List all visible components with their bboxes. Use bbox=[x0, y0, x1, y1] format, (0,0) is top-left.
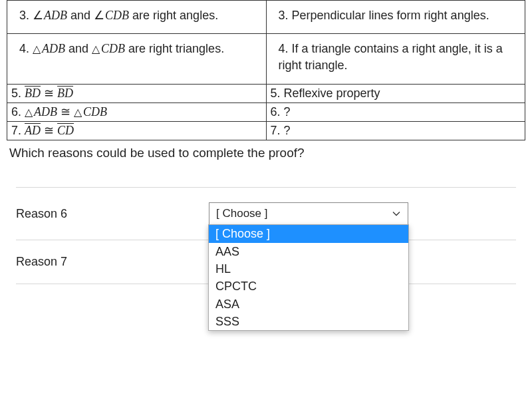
reason-6-select-wrap: [ Choose ] [ Choose ]AASHLCPCTCASASSS bbox=[209, 202, 408, 225]
dropdown-option[interactable]: AAS bbox=[209, 243, 408, 260]
reason-cell: 7. ? bbox=[266, 121, 525, 140]
reason-cell: 3. Perpendicular lines form right angles… bbox=[266, 1, 525, 34]
statement-cell: 5. BD ≅ BD bbox=[7, 84, 267, 102]
dropdown-option[interactable]: CPCTC bbox=[209, 278, 408, 295]
reason-6-label: Reason 6 bbox=[16, 207, 209, 221]
proof-table: 3. ADB and CDB are right angles.3. Perpe… bbox=[7, 0, 525, 140]
statement-cell: 3. ADB and CDB are right angles. bbox=[7, 1, 267, 34]
reason-6-select[interactable]: [ Choose ] bbox=[209, 202, 408, 225]
dropdown-option[interactable]: SSS bbox=[209, 313, 408, 330]
table-row: 7. AD ≅ CD7. ? bbox=[7, 121, 525, 140]
dropdown-option[interactable]: [ Choose ] bbox=[209, 225, 408, 242]
table-row: 4. ADB and CDB are right triangles.4. If… bbox=[7, 34, 525, 84]
table-row: 6. ADB ≅ CDB6. ? bbox=[7, 102, 525, 121]
dropdown-option[interactable]: HL bbox=[209, 260, 408, 278]
table-row: 5. BD ≅ BD5. Reflexive property bbox=[7, 84, 525, 102]
reason-6-selected-value: [ Choose ] bbox=[216, 207, 268, 220]
answer-block: Reason 6 [ Choose ] [ Choose ]AASHLCPCTC… bbox=[7, 187, 525, 284]
reason-cell: 6. ? bbox=[266, 102, 525, 121]
chevron-down-icon bbox=[392, 209, 401, 218]
reason-7-label: Reason 7 bbox=[16, 255, 209, 269]
dropdown-option[interactable]: ASA bbox=[209, 296, 408, 313]
reason-6-dropdown[interactable]: [ Choose ]AASHLCPCTCASASSS bbox=[208, 224, 409, 331]
question-text: Which reasons could be used to complete … bbox=[9, 146, 525, 160]
statement-cell: 6. ADB ≅ CDB bbox=[7, 102, 267, 121]
reason-6-row: Reason 6 [ Choose ] [ Choose ]AASHLCPCTC… bbox=[16, 188, 516, 240]
statement-cell: 7. AD ≅ CD bbox=[7, 121, 267, 140]
reason-cell: 5. Reflexive property bbox=[266, 84, 525, 102]
table-row: 3. ADB and CDB are right angles.3. Perpe… bbox=[7, 1, 525, 34]
statement-cell: 4. ADB and CDB are right triangles. bbox=[7, 34, 267, 84]
reason-cell: 4. If a triangle contains a right angle,… bbox=[266, 34, 525, 84]
